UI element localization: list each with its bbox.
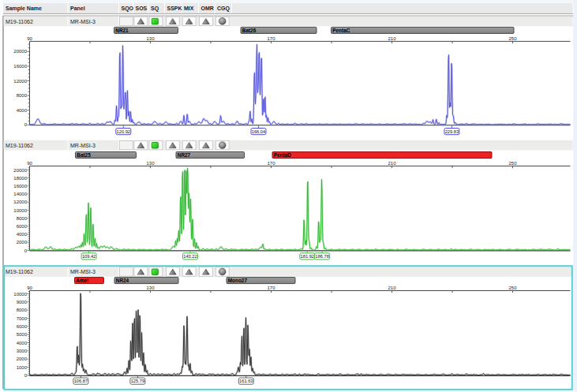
svg-text:3000: 3000 (17, 349, 28, 353)
svg-text:Amel: Amel (76, 278, 88, 283)
svg-text:M19-11062: M19-11062 (6, 143, 33, 148)
svg-text:8000: 8000 (17, 308, 28, 312)
svg-text:120.92: 120.92 (117, 129, 130, 134)
svg-text:M19-11062: M19-11062 (6, 19, 33, 24)
svg-text:20000: 20000 (13, 168, 27, 173)
svg-text:PentaD: PentaD (274, 152, 291, 158)
svg-text:18000: 18000 (13, 176, 27, 181)
svg-text:SQ: SQ (151, 6, 159, 12)
svg-text:130: 130 (146, 161, 155, 166)
svg-text:MR-MSI-3: MR-MSI-3 (70, 143, 96, 148)
svg-text:250: 250 (508, 161, 517, 166)
svg-text:9000: 9000 (17, 300, 28, 304)
svg-text:16000: 16000 (13, 184, 27, 189)
svg-text:7000: 7000 (17, 316, 28, 321)
svg-text:6000: 6000 (17, 324, 28, 329)
svg-text:SSPK: SSPK (167, 6, 182, 11)
svg-text:170: 170 (267, 36, 275, 41)
svg-text:OMR: OMR (201, 6, 214, 11)
svg-text:90: 90 (27, 161, 32, 166)
svg-text:12000: 12000 (13, 200, 27, 204)
svg-text:PentaC: PentaC (332, 28, 350, 33)
svg-text:16000: 16000 (13, 64, 27, 69)
svg-text:210: 210 (388, 161, 396, 166)
svg-text:170: 170 (267, 161, 275, 166)
svg-text:166.04: 166.04 (252, 129, 265, 134)
svg-text:8000: 8000 (17, 93, 28, 98)
svg-text:14000: 14000 (13, 192, 27, 196)
svg-text:Sample Name: Sample Name (6, 6, 42, 12)
svg-text:130: 130 (146, 36, 155, 41)
svg-text:Bat25: Bat25 (77, 152, 91, 158)
svg-text:8000: 8000 (17, 216, 28, 221)
svg-text:Panel: Panel (70, 6, 85, 11)
svg-text:250: 250 (508, 286, 517, 290)
svg-text:MR-MSI-3: MR-MSI-3 (70, 269, 96, 274)
svg-text:186.78: 186.78 (315, 254, 328, 259)
svg-text:90: 90 (27, 286, 32, 290)
svg-text:210: 210 (388, 286, 396, 290)
svg-text:109.42: 109.42 (82, 254, 96, 259)
svg-text:Bat26: Bat26 (242, 28, 257, 33)
svg-text:170: 170 (267, 286, 275, 290)
svg-text:125.79: 125.79 (131, 379, 144, 383)
svg-text:CGQ: CGQ (217, 6, 230, 12)
svg-text:181.92: 181.92 (301, 254, 314, 259)
svg-text:2000: 2000 (17, 240, 28, 245)
svg-text:90: 90 (27, 36, 32, 41)
svg-text:SOS: SOS (136, 6, 148, 11)
svg-text:NR27: NR27 (178, 152, 191, 158)
svg-text:2000: 2000 (17, 357, 28, 361)
svg-text:6000: 6000 (17, 224, 28, 229)
svg-text:20000: 20000 (13, 49, 27, 54)
svg-text:M19-11062: M19-11062 (6, 269, 33, 274)
svg-text:106.87: 106.87 (74, 379, 88, 383)
svg-text:Mono27: Mono27 (228, 278, 248, 283)
svg-text:MR-MSI-3: MR-MSI-3 (70, 19, 96, 24)
svg-text:10000: 10000 (13, 208, 27, 213)
svg-text:5000: 5000 (17, 332, 28, 337)
svg-text:NR24: NR24 (116, 278, 129, 283)
svg-text:143.22: 143.22 (183, 254, 197, 259)
svg-text:4000: 4000 (17, 341, 28, 345)
svg-text:SQO: SQO (122, 6, 134, 12)
svg-text:12000: 12000 (13, 79, 27, 84)
svg-text:161.63: 161.63 (239, 379, 253, 383)
svg-text:10000: 10000 (13, 292, 27, 297)
svg-text:229.83: 229.83 (445, 129, 459, 134)
svg-text:NR21: NR21 (115, 28, 129, 33)
svg-text:130: 130 (146, 286, 155, 290)
svg-text:210: 210 (388, 36, 396, 41)
svg-text:4000: 4000 (17, 108, 28, 113)
svg-text:250: 250 (508, 36, 517, 41)
svg-text:4000: 4000 (17, 232, 28, 237)
svg-text:MIX: MIX (184, 6, 194, 11)
svg-text:1000: 1000 (17, 365, 28, 370)
